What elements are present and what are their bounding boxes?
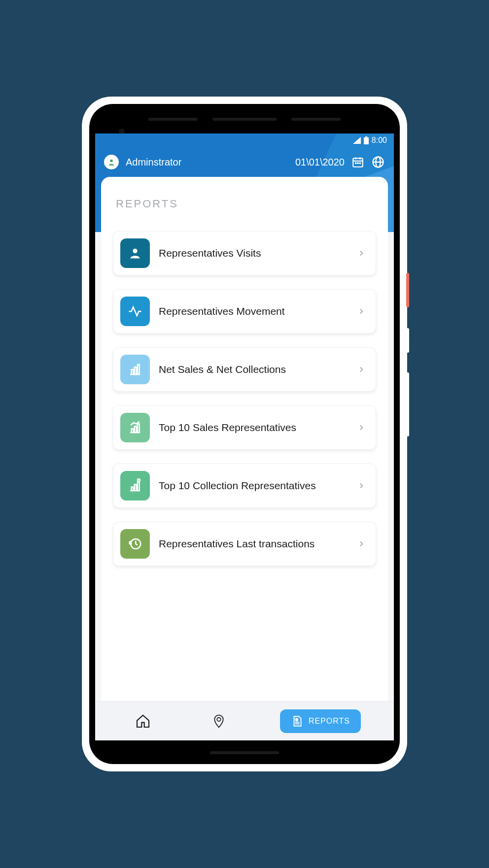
user-name: Adminstrator bbox=[126, 157, 288, 168]
globe-icon[interactable] bbox=[371, 155, 385, 169]
report-last-transactions[interactable]: Representatives Last transactions bbox=[113, 522, 376, 566]
report-top-sales-reps[interactable]: Top 10 Sales Representatives bbox=[113, 405, 376, 450]
bar-chart-icon bbox=[120, 355, 150, 384]
top-bar: Adminstrator 01\01\2020 bbox=[95, 147, 394, 177]
svg-rect-1 bbox=[365, 136, 367, 137]
trending-bars-icon bbox=[120, 413, 150, 442]
chevron-right-icon bbox=[357, 481, 369, 490]
nav-reports-label: REPORTS bbox=[309, 717, 350, 726]
nav-location[interactable] bbox=[204, 709, 234, 733]
signal-icon bbox=[353, 137, 361, 144]
svg-rect-0 bbox=[364, 137, 369, 144]
activity-icon bbox=[120, 297, 150, 326]
svg-point-2 bbox=[110, 160, 112, 162]
svg-rect-15 bbox=[132, 369, 134, 374]
page-header-card: REPORTS bbox=[101, 177, 388, 220]
svg-rect-19 bbox=[132, 429, 134, 433]
svg-rect-21 bbox=[138, 424, 140, 433]
report-representatives-visits[interactable]: Representatives Visits bbox=[113, 231, 376, 275]
report-label: Top 10 Sales Representatives bbox=[159, 422, 348, 434]
calendar-icon[interactable] bbox=[351, 156, 364, 168]
svg-point-28 bbox=[217, 717, 221, 721]
chevron-right-icon bbox=[357, 365, 369, 374]
nav-reports[interactable]: REPORTS bbox=[280, 709, 361, 733]
report-label: Net Sales & Net Collections bbox=[159, 364, 348, 375]
avatar[interactable] bbox=[104, 155, 119, 169]
volume-down-button[interactable] bbox=[406, 372, 409, 436]
svg-rect-17 bbox=[138, 365, 140, 374]
trending-bars-icon bbox=[120, 471, 150, 501]
chevron-right-icon bbox=[357, 539, 369, 548]
volume-up-button[interactable] bbox=[406, 328, 409, 353]
svg-point-8 bbox=[357, 163, 358, 164]
battery-icon bbox=[364, 136, 369, 144]
power-button[interactable] bbox=[406, 273, 409, 307]
report-label: Representatives Last transactions bbox=[159, 538, 348, 550]
chevron-right-icon bbox=[357, 307, 369, 316]
phone-frame: 8:00 Adminstrator 01\01\2020 REPORTS bbox=[82, 97, 407, 771]
report-representatives-movement[interactable]: Representatives Movement bbox=[113, 289, 376, 334]
status-bar: 8:00 bbox=[95, 134, 394, 147]
svg-rect-24 bbox=[135, 485, 137, 491]
svg-point-13 bbox=[133, 249, 137, 253]
chevron-right-icon bbox=[357, 423, 369, 432]
header-date: 01\01\2020 bbox=[295, 157, 345, 168]
pin-icon bbox=[211, 713, 226, 730]
home-icon bbox=[135, 713, 151, 729]
svg-rect-25 bbox=[138, 482, 140, 491]
nav-home[interactable] bbox=[128, 709, 158, 733]
svg-point-9 bbox=[359, 163, 360, 164]
bottom-nav: REPORTS bbox=[95, 701, 394, 740]
svg-rect-20 bbox=[135, 427, 137, 433]
report-label: Representatives Movement bbox=[159, 305, 348, 317]
chevron-right-icon bbox=[357, 249, 369, 258]
reports-list: Representatives Visits Representatives M… bbox=[101, 220, 388, 701]
person-icon bbox=[120, 238, 150, 268]
report-label: Top 10 Collection Representatives bbox=[159, 480, 348, 492]
report-top-collection-reps[interactable]: Top 10 Collection Representatives bbox=[113, 464, 376, 508]
svg-point-26 bbox=[138, 479, 140, 481]
page-title: REPORTS bbox=[116, 198, 373, 210]
status-time: 8:00 bbox=[372, 136, 387, 145]
person-icon bbox=[107, 158, 115, 166]
svg-point-7 bbox=[355, 163, 356, 164]
report-icon bbox=[291, 715, 304, 728]
report-label: Representatives Visits bbox=[159, 247, 348, 259]
phone-bezel: 8:00 Adminstrator 01\01\2020 REPORTS bbox=[89, 104, 400, 764]
report-net-sales-collections[interactable]: Net Sales & Net Collections bbox=[113, 347, 376, 392]
app-screen: 8:00 Adminstrator 01\01\2020 REPORTS bbox=[95, 134, 394, 740]
history-icon bbox=[120, 529, 150, 559]
svg-rect-16 bbox=[135, 367, 137, 374]
svg-rect-23 bbox=[132, 487, 134, 491]
